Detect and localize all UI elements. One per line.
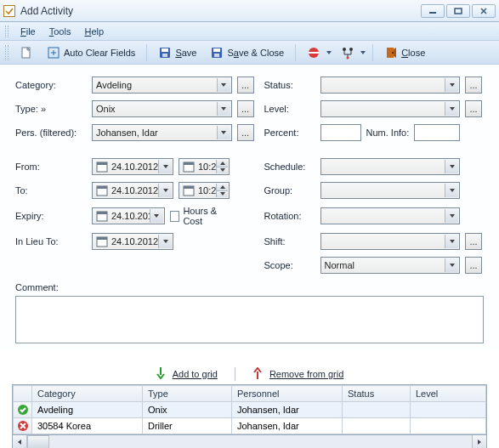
spin-buttons[interactable] — [216, 160, 228, 173]
cell-level — [411, 418, 486, 434]
type-label: Type: » — [15, 104, 87, 114]
type-value: Onix — [96, 104, 116, 114]
close-door-icon — [384, 46, 398, 60]
level-combo[interactable] — [320, 100, 461, 117]
pers-value: Johansen, Idar — [96, 128, 158, 138]
chevron-down-icon — [445, 258, 458, 272]
numinfo-label: Num. Info: — [366, 128, 410, 138]
percent-input[interactable] — [320, 124, 361, 141]
remove-from-grid-button[interactable]: Remove from grid — [252, 367, 343, 381]
menu-grip — [5, 26, 9, 37]
col-personnel[interactable]: Personnel — [232, 386, 343, 402]
svg-rect-20 — [184, 162, 194, 165]
svg-rect-11 — [309, 52, 319, 54]
pers-label: Pers. (filtered): — [15, 128, 87, 138]
cell-status — [343, 418, 411, 434]
calendar-icon — [96, 235, 108, 247]
grid-header-row: Category Type Personnel Status Level — [14, 386, 486, 402]
rotation-combo[interactable] — [320, 207, 461, 224]
scope-combo[interactable]: Normal — [320, 257, 461, 274]
group-combo[interactable] — [320, 182, 461, 199]
crew-dropdown[interactable] — [325, 43, 333, 62]
pers-combo[interactable]: Johansen, Idar — [92, 124, 232, 141]
table-row[interactable]: 30584 Korea Driller Johansen, Idar — [14, 418, 486, 434]
activities-grid[interactable]: Category Type Personnel Status Level Avd… — [12, 384, 487, 435]
crew-button[interactable] — [301, 43, 323, 62]
add-to-grid-label: Add to grid — [173, 369, 218, 379]
scope-value: Normal — [325, 260, 354, 270]
menu-tools[interactable]: Tools — [44, 25, 77, 38]
col-level[interactable]: Level — [411, 386, 486, 402]
cell-personnel: Johansen, Idar — [232, 402, 343, 418]
menu-help[interactable]: Help — [79, 25, 109, 38]
inlieu-date-input[interactable]: 24.10.2012 — [92, 233, 173, 250]
menu-file[interactable]: File — [15, 25, 41, 38]
expiry-date-input[interactable]: 24.10.2012 — [92, 207, 165, 224]
numinfo-input[interactable] — [414, 124, 460, 141]
chevron-down-icon — [445, 160, 458, 173]
level-ellipsis-button[interactable]: ... — [465, 100, 482, 117]
svg-rect-24 — [184, 186, 194, 189]
hours-cost-checkbox[interactable]: Hours & Cost — [170, 206, 232, 226]
from-time-input[interactable]: 10:24 — [179, 158, 230, 175]
table-row[interactable]: Avdeling Onix Johansen, Idar — [14, 402, 486, 418]
chevron-down-icon — [158, 160, 172, 173]
cell-category: 30584 Korea — [32, 418, 143, 434]
chevron-down-icon — [150, 209, 163, 223]
tree-icon — [341, 46, 354, 60]
expiry-label: Expiry: — [15, 211, 87, 221]
calendar-icon — [96, 161, 108, 173]
new-icon — [20, 46, 33, 60]
percent-label: Percent: — [264, 128, 315, 138]
row-status-icon — [14, 418, 32, 434]
scope-ellipsis-button[interactable]: ... — [465, 257, 482, 274]
svg-point-13 — [349, 48, 353, 51]
to-date-input[interactable]: 24.10.2012 — [92, 182, 173, 199]
scroll-right-button[interactable] — [472, 435, 486, 448]
new-button[interactable] — [14, 43, 39, 62]
status-ellipsis-button[interactable]: ... — [465, 77, 482, 94]
spin-buttons[interactable] — [216, 184, 228, 197]
type-combo[interactable]: Onix — [92, 100, 232, 117]
rotation-label: Rotation: — [264, 211, 315, 221]
close-window-button[interactable] — [472, 4, 496, 18]
col-category[interactable]: Category — [32, 386, 143, 402]
grid-horizontal-scrollbar[interactable] — [12, 435, 487, 448]
col-type[interactable]: Type — [143, 386, 232, 402]
pers-ellipsis-button[interactable]: ... — [237, 124, 254, 141]
save-icon — [158, 46, 172, 60]
scroll-thumb[interactable] — [27, 435, 49, 448]
status-combo[interactable] — [320, 77, 461, 94]
category-label: Category: — [15, 80, 87, 90]
minimize-button[interactable] — [421, 4, 445, 18]
comment-textarea[interactable] — [15, 296, 484, 343]
arrow-up-icon — [252, 367, 263, 381]
category-ellipsis-button[interactable]: ... — [237, 77, 254, 94]
maximize-button[interactable] — [446, 4, 470, 18]
chevron-down-icon — [158, 184, 172, 197]
auto-clear-button[interactable]: Auto Clear Fields — [41, 43, 141, 62]
close-button[interactable]: Close — [378, 43, 431, 62]
to-time-input[interactable]: 10:24 — [179, 182, 230, 199]
schedule-combo[interactable] — [320, 158, 461, 175]
scroll-track[interactable] — [27, 435, 472, 448]
add-to-grid-button[interactable]: Add to grid — [156, 367, 218, 381]
chevron-down-icon — [445, 102, 458, 116]
chevron-down-icon — [217, 102, 230, 116]
from-date-input[interactable]: 24.10.2012 — [92, 158, 173, 175]
auto-clear-icon — [47, 46, 60, 60]
to-date-value: 24.10.2012 — [111, 185, 158, 196]
col-status[interactable]: Status — [343, 386, 411, 402]
save-close-button[interactable]: Save & Close — [204, 43, 290, 62]
shift-ellipsis-button[interactable]: ... — [465, 233, 482, 250]
category-combo[interactable]: Avdeling — [92, 77, 232, 94]
shift-combo[interactable] — [320, 233, 461, 250]
scroll-left-button[interactable] — [13, 435, 27, 448]
tree-dropdown[interactable] — [359, 43, 367, 62]
save-close-icon — [210, 46, 224, 60]
type-ellipsis-button[interactable]: ... — [237, 100, 254, 117]
save-button[interactable]: Save — [152, 43, 202, 62]
cell-type: Driller — [143, 418, 232, 434]
tree-button[interactable] — [335, 43, 357, 62]
group-label: Group: — [264, 185, 315, 196]
